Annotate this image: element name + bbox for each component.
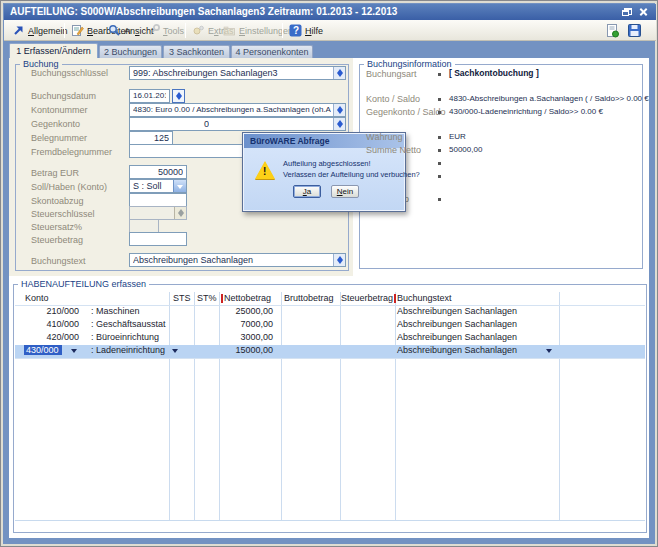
table-row[interactable]: 410/000 : Geschäftsausstat 7000,00 Absch… bbox=[13, 319, 647, 332]
dropdown-arrow-icon[interactable] bbox=[546, 349, 552, 353]
spinner-icon[interactable] bbox=[333, 104, 345, 116]
spinner-icon[interactable] bbox=[333, 254, 345, 266]
steuersatz-field bbox=[129, 219, 159, 233]
gegenkonto-combo[interactable]: 0 bbox=[129, 117, 346, 131]
restore-button[interactable] bbox=[622, 7, 634, 18]
window-title: AUFTEILUNG: S000W/Abschreibungen Sachanl… bbox=[10, 6, 397, 17]
document-check-icon bbox=[605, 23, 620, 38]
bullet-icon bbox=[438, 175, 441, 178]
col-header-brutto: Bruttobetrag bbox=[284, 293, 334, 303]
tab-personenkonten[interactable]: 4 Personenkonten bbox=[231, 45, 313, 58]
info-value: [ Sachkontobuchung ] bbox=[449, 68, 539, 78]
extras-icon bbox=[192, 24, 205, 37]
steuerschluessel-combo bbox=[129, 206, 187, 220]
toolbar-separator bbox=[282, 23, 283, 38]
field-label: Steuerschlüssel bbox=[31, 209, 95, 219]
info-label: Konto / Saldo bbox=[366, 94, 420, 104]
required-marker-icon bbox=[394, 294, 396, 303]
field-label: Buchungsschlüssel bbox=[31, 68, 108, 78]
buroware-abfrage-dialog: BüroWARE Abfrage ! Aufteilung abgeschlos… bbox=[242, 132, 406, 212]
field-label: Buchungsdatum bbox=[31, 91, 96, 101]
field-label: Gegenkonto bbox=[31, 119, 80, 129]
field-label: Buchungstext bbox=[31, 256, 86, 266]
info-label: Währung bbox=[366, 132, 403, 142]
field-label: Steuersatz% bbox=[31, 222, 82, 232]
date-spinner-button[interactable] bbox=[172, 89, 185, 103]
menu-hilfe[interactable]: ? Hilfe bbox=[289, 23, 323, 38]
bullet-icon bbox=[438, 98, 441, 101]
info-label: Summe Netto bbox=[366, 145, 421, 155]
info-label: Gegenkonto / Saldo bbox=[366, 107, 446, 117]
buchungsschluessel-combo[interactable]: 999: Abschreibungen Sachanlagen3 bbox=[129, 66, 346, 80]
bullet-icon bbox=[438, 111, 441, 114]
buchungsdatum-field[interactable]: 16.01.2013 /M bbox=[129, 89, 170, 103]
dialog-message: Aufteilung abgeschlossen! Verlassen der … bbox=[283, 158, 420, 180]
settings-icon bbox=[223, 24, 236, 37]
bullet-icon bbox=[438, 162, 441, 165]
col-header-konto: Konto bbox=[25, 293, 49, 303]
tab-sachkonten[interactable]: 3 Sachkonten bbox=[163, 45, 230, 58]
table-row-selected[interactable]: 430/000 : Ladeneinrichtung 15000,00 Absc… bbox=[13, 345, 647, 358]
dropdown-arrow-icon[interactable] bbox=[71, 349, 77, 353]
field-label: Fremdbelegnummer bbox=[31, 147, 112, 157]
col-header-text: Buchungstext bbox=[397, 293, 452, 303]
help-icon: ? bbox=[289, 24, 302, 37]
info-label: Buchungsart bbox=[366, 69, 417, 79]
toolbar-separator bbox=[64, 23, 65, 38]
soll-haben-combo[interactable]: S : Soll bbox=[129, 179, 187, 193]
arrow-up-right-icon bbox=[12, 24, 25, 37]
bullet-icon bbox=[438, 73, 441, 76]
info-group-label: Buchungsinformation bbox=[364, 59, 455, 69]
field-label: Betrag EUR bbox=[31, 168, 79, 178]
info-value: 4830-Abschreibungen a.Sachanlagen ( / Sa… bbox=[449, 94, 649, 103]
tab-erfassen-aendern[interactable]: 1 Erfassen/Ändern bbox=[9, 43, 98, 58]
tab-buchungen[interactable]: 2 Buchungen bbox=[99, 45, 162, 58]
field-label: Steuerbetrag bbox=[31, 235, 83, 245]
konto-edit-cell[interactable]: 430/000 bbox=[24, 345, 62, 355]
ja-button[interactable]: Ja bbox=[293, 185, 321, 198]
spinner-icon[interactable] bbox=[333, 67, 345, 79]
application-window: AUFTEILUNG: S000W/Abschreibungen Sachanl… bbox=[0, 0, 658, 547]
field-label: Skontoabzug bbox=[31, 196, 84, 206]
toolbar: Allgemein Bearbeiten Ansicht Tools Extra… bbox=[4, 20, 656, 41]
buchungstext-combo[interactable]: Abschreibungen Sachanlagen bbox=[129, 253, 346, 267]
kontonummer-combo[interactable]: 4830: Euro 0.00 / Abschreibungen a.Sacha… bbox=[129, 103, 346, 117]
view-icon bbox=[108, 24, 121, 37]
info-value: 50000,00 bbox=[449, 145, 482, 154]
menu-allgemein[interactable]: Allgemein bbox=[12, 23, 68, 38]
col-header-sts: STS bbox=[173, 293, 191, 303]
tools-icon bbox=[147, 24, 160, 37]
info-value: EUR bbox=[449, 132, 466, 141]
col-header-netto: Nettobetrag bbox=[224, 293, 271, 303]
field-label: Kontonummer bbox=[31, 105, 88, 115]
dropdown-arrow-icon[interactable] bbox=[173, 180, 186, 192]
betrag-field[interactable]: 50000 bbox=[129, 165, 187, 179]
required-marker-icon bbox=[221, 294, 223, 303]
steuerbetrag-field[interactable] bbox=[129, 232, 187, 246]
save-button[interactable] bbox=[627, 23, 642, 38]
aufteilung-table: Konto STS ST% Nettobetrag Bruttobetrag S… bbox=[13, 284, 647, 533]
refresh-document-button[interactable] bbox=[605, 23, 620, 38]
spinner-icon[interactable] bbox=[333, 118, 345, 130]
col-header-stp: ST% bbox=[197, 293, 217, 303]
nein-button[interactable]: Nein bbox=[331, 185, 359, 198]
svg-text:?: ? bbox=[293, 25, 299, 36]
table-row[interactable]: 420/000 : Büroeinrichtung 3000,00 Abschr… bbox=[13, 332, 647, 345]
info-value: 430/000-Ladeneinrichtung / Saldo>> 0.00 … bbox=[449, 107, 603, 116]
titlebar: AUFTEILUNG: S000W/Abschreibungen Sachanl… bbox=[4, 4, 656, 20]
bullet-icon bbox=[438, 149, 441, 152]
close-button[interactable] bbox=[638, 7, 650, 18]
field-label: Belegnummer bbox=[31, 133, 87, 143]
toolbar-separator bbox=[185, 23, 186, 38]
dropdown-arrow-icon[interactable] bbox=[172, 349, 178, 353]
table-row[interactable]: 210/000 : Maschinen 25000,00 Abschreibun… bbox=[13, 306, 647, 319]
menu-tools: Tools bbox=[147, 23, 184, 38]
bullet-icon bbox=[438, 136, 441, 139]
col-header-steuer: Steuerbetrag bbox=[341, 293, 393, 303]
edit-icon bbox=[71, 24, 84, 37]
save-icon bbox=[627, 23, 642, 38]
restore-icon-inner bbox=[622, 10, 629, 16]
belegnummer-field[interactable]: 125 bbox=[129, 131, 173, 145]
bullet-icon bbox=[438, 198, 441, 201]
skontoabzug-field[interactable] bbox=[129, 193, 187, 207]
